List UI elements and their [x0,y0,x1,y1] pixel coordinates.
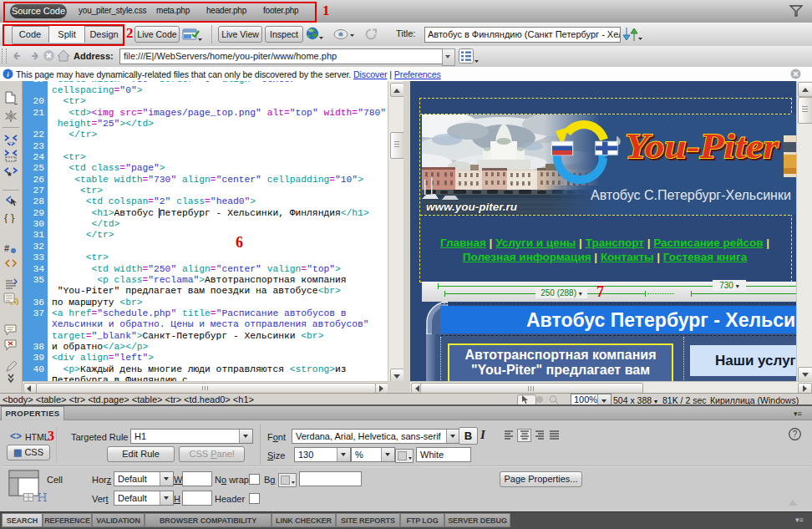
svg-text:www.you-piter.ru: www.you-piter.ru [426,201,518,213]
svg-text:?: ? [793,430,798,439]
svg-text:Автобус С.Петербург-Хельсинки: Автобус С.Петербург-Хельсинки [591,188,791,202]
svg-text:<>: <> [8,140,16,146]
svg-text:{ }: { } [4,211,15,223]
svg-text:You-Piter: You-Piter [625,127,779,165]
svg-text:*: * [8,170,12,181]
svg-text:#: # [4,243,9,253]
